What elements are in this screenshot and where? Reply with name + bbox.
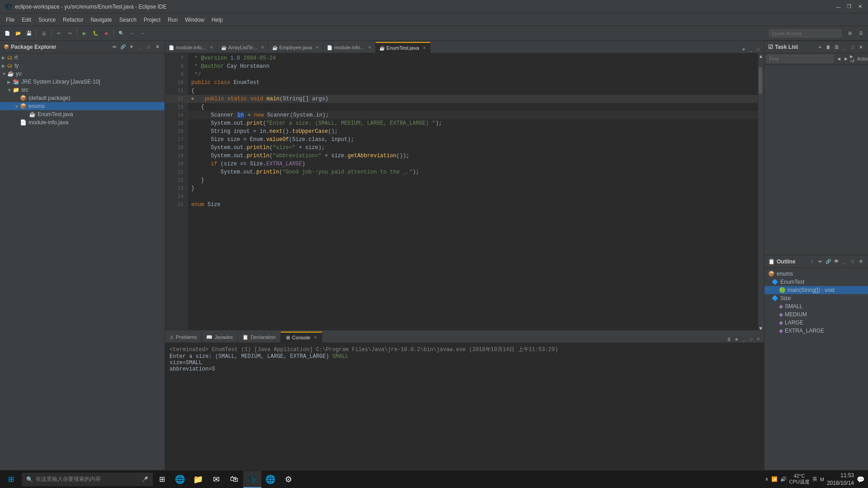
tree-item-default-pkg[interactable]: ▶ 📦 (default package)	[0, 94, 165, 102]
task-find-input[interactable]	[767, 55, 834, 63]
outline-main[interactable]: 🟢 main(String[]) : void	[764, 286, 868, 294]
save-button[interactable]: 💾	[24, 28, 34, 38]
tab-module-info-2[interactable]: 📄 module-info... ✕	[323, 42, 376, 53]
taskbar-browser-icon[interactable]: 🌐	[261, 471, 279, 488]
stop-button[interactable]: ■	[101, 28, 111, 38]
tab-employee[interactable]: ☕ Employee.java ✕	[269, 42, 323, 53]
view-button[interactable]: ☰	[856, 28, 866, 38]
outline-size[interactable]: 🔷 Size	[764, 294, 868, 302]
outline-maximize-icon[interactable]: □	[849, 258, 856, 265]
scroll-down-btn[interactable]: ▼	[758, 325, 764, 330]
quick-access-input[interactable]	[769, 29, 841, 38]
maximize-panel-icon[interactable]: □	[145, 43, 152, 51]
tab-javadoc[interactable]: 📖 Javadoc	[202, 332, 238, 343]
tab-close-employee[interactable]: ✕	[316, 45, 319, 50]
outline-minimize-icon[interactable]: _	[841, 258, 848, 265]
task-find-all-btn[interactable]: ▶ All	[850, 56, 856, 62]
console-maximize-button[interactable]: □	[747, 335, 755, 343]
tab-close-module1[interactable]: ✕	[210, 45, 213, 50]
run-button[interactable]: ▶	[80, 28, 90, 38]
search-button[interactable]: 🔍	[116, 28, 126, 38]
close-panel-icon[interactable]: ✕	[154, 43, 161, 51]
outline-medium[interactable]: ◆ MEDIUM	[764, 310, 868, 319]
menu-project[interactable]: Project	[140, 15, 164, 25]
outline-large[interactable]: ◆ LARGE	[764, 319, 868, 327]
tab-list-button[interactable]: ▼	[740, 46, 747, 53]
console-clear-button[interactable]: 🗑	[726, 335, 733, 343]
tree-item-yu[interactable]: ▼ ☕ yu	[0, 70, 165, 78]
outline-collapse-icon[interactable]: ⇐	[816, 258, 824, 265]
outline-sort-icon[interactable]: ↕	[808, 258, 816, 265]
taskbar-explorer-icon[interactable]: 📁	[189, 471, 207, 488]
taskbar-task-view[interactable]: ⊞	[153, 471, 171, 488]
tab-console[interactable]: 🖥 Console ✕	[281, 332, 322, 343]
menu-source[interactable]: Source	[35, 15, 59, 25]
console-terminate-button[interactable]: ■	[733, 335, 740, 343]
ime-indicator[interactable]: M	[820, 477, 824, 482]
tree-item-jre[interactable]: ▶ 📚 JRE System Library [JavaSE-10]	[0, 78, 165, 86]
tree-item-src[interactable]: ▼ 📁 src	[0, 86, 165, 94]
print-button[interactable]: 🖨	[39, 28, 49, 38]
taskbar-search[interactable]: 🔍 在这里输入你要搜索的内容 🎤	[22, 473, 153, 486]
task-maximize-icon[interactable]: □	[849, 43, 856, 51]
taskbar-store-icon[interactable]: 🛍	[225, 471, 243, 488]
tree-item-enumtest[interactable]: ▶ ☕ EnumTest.java	[0, 110, 165, 118]
menu-file[interactable]: File	[2, 15, 18, 25]
tab-enumtest[interactable]: ☕ EnumTest.java ✕	[376, 42, 430, 53]
clock[interactable]: 11:53 2018/10/14	[827, 472, 854, 487]
prev-button[interactable]: ←	[127, 28, 137, 38]
minimize-panel-icon[interactable]: _	[137, 43, 144, 51]
tray-up-arrow[interactable]: ∧	[765, 476, 769, 482]
open-button[interactable]: 📂	[13, 28, 23, 38]
menu-search[interactable]: Search	[116, 15, 140, 25]
task-new-icon[interactable]: +	[816, 43, 824, 51]
code-editor[interactable]: 7 8 9 10 11 12 13 14 15 16 17 18 19 20 2…	[165, 53, 764, 330]
next-button[interactable]: →	[138, 28, 148, 38]
taskbar-edge-icon[interactable]: 🌐	[171, 471, 189, 488]
menu-window[interactable]: Window	[181, 15, 208, 25]
perspectives-button[interactable]: ⊞	[845, 28, 855, 38]
lang-indicator[interactable]: 英	[812, 476, 817, 483]
maximize-button[interactable]: ❐	[845, 3, 853, 10]
taskbar-settings-icon[interactable]: ⚙	[279, 471, 297, 488]
tree-item-rt[interactable]: ▶ 🗂 rt	[0, 53, 165, 61]
menu-navigate[interactable]: Navigate	[87, 15, 115, 25]
tree-item-ty[interactable]: ▶ 🗂 ty	[0, 61, 165, 70]
task-find-prev-btn[interactable]: ◀	[835, 56, 842, 62]
scrollbar-track[interactable]	[758, 58, 763, 325]
tab-module-info-1[interactable]: 📄 module-info... ✕	[165, 42, 217, 53]
outline-hide-icon[interactable]: 👁	[833, 258, 840, 265]
taskbar-eclipse-icon[interactable]: 🌑	[243, 471, 261, 488]
task-activate-btn[interactable]: Activate...	[857, 56, 868, 62]
tab-minimize-button[interactable]: _	[747, 46, 755, 53]
minimize-button[interactable]: —	[835, 3, 842, 10]
menu-run[interactable]: Run	[164, 15, 181, 25]
console-minimize-button[interactable]: _	[740, 335, 747, 343]
code-content[interactable]: * @version 1.0 2004-05-24 * @author Cay …	[188, 53, 758, 330]
outline-link-icon[interactable]: 🔗	[825, 258, 832, 265]
tab-declaration[interactable]: 📋 Declaration	[238, 332, 281, 343]
task-minimize-icon[interactable]: _	[841, 43, 848, 51]
new-button[interactable]: 📄	[2, 28, 12, 38]
menu-refactor[interactable]: Refactor	[59, 15, 87, 25]
task-find-next-btn[interactable]: ▶	[843, 56, 849, 62]
editor-scrollbar[interactable]: ▲ ▼	[758, 53, 764, 330]
outline-small[interactable]: ◆ SMALL	[764, 302, 868, 310]
tab-close-arraylist[interactable]: ✕	[261, 45, 264, 50]
tab-arraylist[interactable]: ☕ ArrayListTe... ✕	[217, 42, 269, 53]
start-button[interactable]: ⊞	[0, 470, 22, 488]
tab-close-module2[interactable]: ✕	[368, 45, 372, 50]
menu-help[interactable]: Help	[208, 15, 226, 25]
close-button[interactable]: ✕	[856, 3, 863, 10]
tab-problems[interactable]: ⚠ Problems	[165, 332, 202, 343]
menu-edit[interactable]: Edit	[18, 15, 35, 25]
notification-icon[interactable]: 💬	[857, 476, 864, 483]
scroll-up-btn[interactable]: ▲	[758, 53, 764, 58]
view-menu-icon[interactable]: ▼	[128, 43, 135, 51]
scrollbar-thumb[interactable]	[759, 67, 762, 94]
outline-extralarge[interactable]: ◆ EXTRA_LARGE	[764, 327, 868, 335]
tab-maximize-button[interactable]: □	[755, 46, 762, 53]
outline-enumtest[interactable]: 🔷 EnumTest	[764, 278, 868, 286]
console-close-button[interactable]: ✕	[755, 335, 762, 343]
collapse-all-icon[interactable]: ⇐	[111, 43, 118, 51]
